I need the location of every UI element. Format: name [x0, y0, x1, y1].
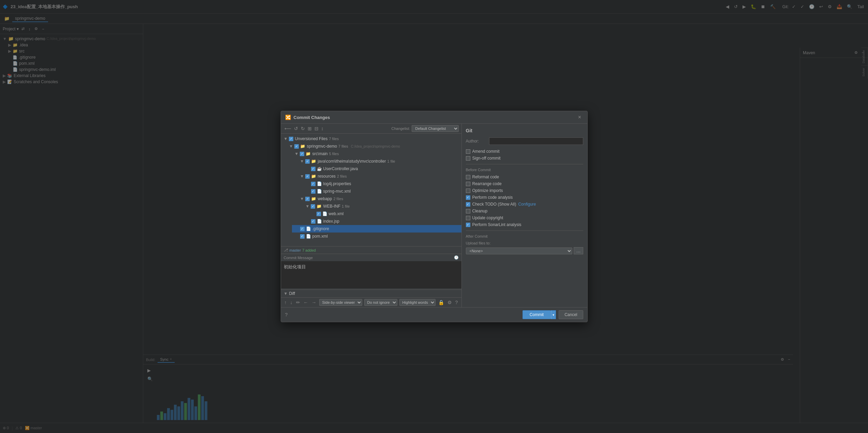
unversioned-root[interactable]: ▼ Unversioned Files 7 files — [281, 135, 461, 143]
check-todo-label: Check TODO (Show All) — [472, 202, 516, 207]
webinf-node[interactable]: ▼ 📁 WEB-INF 1 file — [303, 203, 461, 210]
spring-mvc-checkbox[interactable] — [311, 189, 315, 194]
branch-info: ⎇ master 7 added — [281, 246, 461, 254]
index-jsp-item[interactable]: 📄 index.jsp — [303, 218, 461, 225]
diff-fwd-icon[interactable]: → — [311, 299, 317, 306]
web-xml-checkbox[interactable] — [317, 212, 321, 216]
unversioned-label: Unversioned Files — [295, 136, 327, 141]
sign-off-label: Sign-off commit — [472, 156, 501, 161]
index-checkbox[interactable] — [311, 219, 315, 224]
help-icon[interactable]: ? — [285, 312, 288, 317]
controller-package-node[interactable]: ▼ 📁 java\com\itheima\study\mvc\controlle… — [297, 158, 461, 165]
diff-ignore-dropdown[interactable]: Do not ignore — [364, 299, 397, 306]
optimize-checkbox[interactable] — [466, 189, 470, 193]
springmvc-demo-node[interactable]: ▼ 📁 springmvc-demo 7 files C:/idea_proje… — [286, 143, 461, 150]
changelist-dropdown[interactable]: Default Changelist — [412, 125, 459, 132]
gitignore-checkbox[interactable] — [300, 227, 305, 231]
diff-lock-icon[interactable]: 🔒 — [438, 299, 445, 306]
webinf-count: 1 file — [342, 204, 350, 208]
unversioned-checkbox[interactable] — [289, 137, 293, 141]
springmvc-count: 7 files — [338, 144, 348, 148]
pom-item[interactable]: 📄 pom.xml — [292, 233, 461, 240]
cleanup-checkbox[interactable] — [466, 209, 470, 213]
dialog-left-panel: ⟵ ↺ ↻ ⊞ ⊟ ↕ Changelist: Default Changeli… — [281, 124, 462, 307]
srcmain-folder-icon: 📁 — [306, 151, 311, 156]
commit-button[interactable]: Commit — [523, 310, 551, 319]
webapp-node[interactable]: ▼ 📁 webapp 2 files — [297, 195, 461, 203]
upload-dropdown[interactable]: <None> — [466, 248, 573, 254]
refresh-icon[interactable]: ↻ — [300, 125, 306, 132]
commit-msg-title: Commit Message — [284, 256, 313, 260]
gitignore-item[interactable]: 📄 .gitignore — [292, 225, 461, 233]
commit-dropdown-arrow[interactable]: ▾ — [551, 310, 556, 319]
move-changes-icon[interactable]: ⟵ — [284, 125, 292, 132]
log4j-item[interactable]: 📄 log4j.properties — [303, 180, 461, 188]
modal-overlay: 🔀 Commit Changes × ⟵ ↺ ↻ ⊞ ⊟ ↕ Changelis… — [0, 0, 868, 433]
pom-checkbox[interactable] — [300, 234, 305, 239]
undo-icon[interactable]: ↺ — [293, 125, 299, 132]
usercontroller-checkbox[interactable] — [311, 167, 315, 171]
branch-icon: ⎇ — [284, 248, 288, 252]
log4j-icon: 📄 — [317, 181, 322, 186]
sign-off-row: Sign-off commit — [466, 156, 583, 161]
srcmain-node[interactable]: ▼ 📁 src\main 5 files — [292, 150, 461, 158]
cleanup-label: Cleanup — [472, 209, 488, 213]
diff-help-icon[interactable]: ? — [455, 299, 459, 306]
author-input[interactable] — [489, 137, 583, 145]
gitignore-file-icon: 📄 — [306, 226, 311, 231]
git-section-title: Git — [466, 128, 583, 133]
reformat-code-row: Reformat code — [466, 175, 583, 179]
diff-edit-icon[interactable]: ✏ — [295, 299, 301, 306]
upload-more-button[interactable]: … — [574, 247, 583, 254]
dialog-title: Commit Changes — [294, 115, 574, 120]
resources-node[interactable]: ▼ 📁 resources 2 files — [297, 173, 461, 180]
cancel-button[interactable]: Cancel — [559, 310, 583, 319]
diff-highlight-dropdown[interactable]: Highlight words — [399, 299, 436, 306]
srcmain-label: src\main — [312, 151, 327, 156]
update-copyright-checkbox[interactable] — [466, 216, 470, 220]
diff-header[interactable]: ▼ Diff — [281, 290, 461, 297]
diff-title: Diff — [289, 291, 458, 296]
diff-viewer-dropdown[interactable]: Side-by-side viewer — [319, 299, 362, 306]
configure-link[interactable]: Configure — [518, 202, 536, 207]
check-todo-checkbox[interactable] — [466, 202, 470, 207]
upload-label: Upload files to: — [466, 241, 491, 245]
log4j-checkbox[interactable] — [311, 182, 315, 186]
srcmain-count: 5 files — [329, 152, 339, 156]
commit-message-input[interactable]: 初始化项目 — [281, 261, 461, 288]
group-icon[interactable]: ⊞ — [307, 125, 312, 132]
commit-msg-icon: 🕐 — [454, 255, 459, 260]
upload-control-row: <None> … — [466, 247, 583, 254]
amend-commit-checkbox[interactable] — [466, 149, 470, 154]
dialog-close-button[interactable]: × — [576, 114, 583, 121]
expand-all-icon[interactable]: ⊟ — [314, 125, 319, 132]
springmvc-checkbox[interactable] — [294, 144, 299, 149]
dialog-file-tree: ▼ Unversioned Files 7 files ▼ 📁 springmv… — [281, 134, 461, 246]
web-xml-item[interactable]: 📄 web.xml — [308, 210, 461, 218]
resources-checkbox[interactable] — [305, 174, 310, 179]
reformat-checkbox[interactable] — [466, 175, 470, 179]
branch-name: master — [290, 248, 301, 252]
webapp-checkbox[interactable] — [305, 197, 310, 201]
optimize-imports-row: Optimize imports — [466, 188, 583, 193]
sort-icon[interactable]: ↕ — [321, 125, 324, 132]
usercontroller-item[interactable]: ☕ UserController.java — [303, 165, 461, 173]
unversioned-expand: ▼ — [284, 136, 288, 141]
webinf-checkbox[interactable] — [311, 204, 315, 209]
code-analysis-checkbox[interactable] — [466, 195, 470, 200]
srcmain-expand: ▼ — [295, 151, 299, 156]
diff-settings-icon[interactable]: ⚙ — [447, 299, 453, 306]
resources-count: 2 files — [337, 174, 347, 178]
before-commit-divider — [466, 164, 583, 164]
rearrange-checkbox[interactable] — [466, 182, 470, 186]
sonar-checkbox[interactable] — [466, 223, 470, 227]
srcmain-checkbox[interactable] — [300, 152, 304, 156]
sign-off-checkbox[interactable] — [466, 156, 470, 161]
controller-checkbox[interactable] — [305, 159, 310, 164]
diff-prev-change-icon[interactable]: ↑ — [284, 299, 288, 306]
rearrange-label: Rearrange code — [472, 181, 502, 186]
diff-back-icon[interactable]: ← — [303, 299, 309, 306]
diff-next-change-icon[interactable]: ↓ — [290, 299, 293, 306]
dialog-icon: 🔀 — [285, 115, 291, 120]
spring-mvc-xml-item[interactable]: 📄 spring-mvc.xml — [303, 188, 461, 195]
